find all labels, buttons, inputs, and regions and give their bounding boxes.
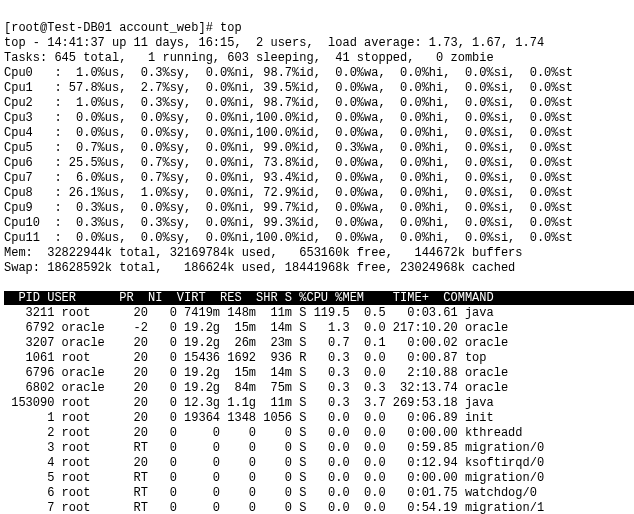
command: top <box>220 21 242 35</box>
mem-line: Mem: 32822944k total, 32169784k used, 65… <box>4 246 522 260</box>
cpu-block: Cpu0 : 1.0%us, 0.3%sy, 0.0%ni, 98.7%id, … <box>4 66 630 246</box>
terminal[interactable]: [root@Test-DB01 account_web]# top top - … <box>0 0 634 514</box>
shell-prompt: [root@Test-DB01 account_web]# <box>4 21 220 35</box>
swap-line: Swap: 18628592k total, 186624k used, 184… <box>4 261 515 275</box>
process-header: PID USER PR NI VIRT RES SHR S %CPU %MEM … <box>4 291 634 305</box>
summary-line-2: Tasks: 645 total, 1 running, 603 sleepin… <box>4 51 494 65</box>
process-list: 3211 root 20 0 7419m 148m 11m S 119.5 0.… <box>4 306 630 514</box>
summary-line-1: top - 14:41:37 up 11 days, 16:15, 2 user… <box>4 36 544 50</box>
